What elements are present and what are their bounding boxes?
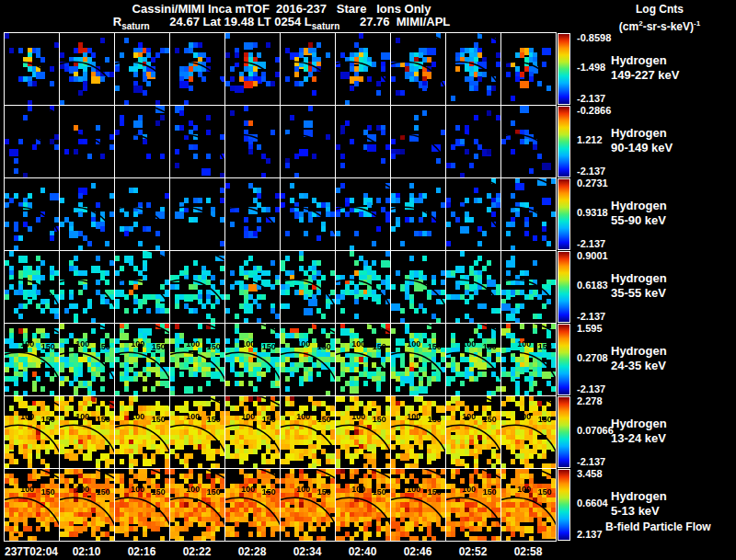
heatmap-panel-r6c7 [336,396,390,468]
scale-max-label-row-5: 1.595 [577,323,603,334]
scale-min-label-row-5: -2.137 [577,383,605,394]
heatmap-panel-r5c1 [5,324,59,395]
scale-mid-label-row-1: -1.498 [577,62,605,73]
heatmap-panel-r2c1 [5,106,59,177]
heatmap-panel-r1c6 [281,33,335,105]
heatmap-panel-r1c9 [446,33,500,105]
species-label-row-6: Hydrogen13-24 keV [611,417,667,446]
heatmap-panel-r4c10 [501,251,556,323]
scale-min-label-row-6: -2.137 [577,456,605,467]
scale-mid-label-row-7: 0.6604 [577,497,608,509]
plot-title: Cassini/MIMI Inca mTOF 2016-237 Stare Io… [0,2,563,16]
scale-max-label-row-2: -0.2866 [577,105,611,116]
heatmap-panel-r4c8 [391,251,445,323]
time-label-8: 02:46 [404,545,432,558]
heatmap-panel-r4c7 [336,251,390,323]
heatmap-panel-r3c4 [170,178,224,250]
heatmap-panel-r4c4 [170,251,224,323]
heatmap-panel-r3c6 [281,178,335,250]
heatmap-panel-r6c1 [5,396,59,468]
heatmap-panel-r2c4 [170,106,224,177]
species-label-row-5: Hydrogen24-35 keV [611,344,667,373]
heatmap-panel-r7c3 [115,469,169,541]
heatmap-panel-r1c10 [501,33,556,105]
heatmap-panel-r5c8 [391,324,445,395]
plot-subtitle: Rsaturn 24.67 Lat 19.48 LT 0254 Lsaturn … [0,15,563,31]
heatmap-panel-r7c5 [225,469,280,541]
colorbar-units-label: Log Cnts (cm2-sr-s-keV)-1 [587,3,732,34]
heatmap-panel-r7c10 [501,469,556,541]
heatmap-panel-r1c7 [336,33,390,105]
heatmap-panel-r5c7 [336,324,390,395]
heatmap-panel-r2c9 [446,106,500,177]
scale-max-label-row-4: 0.9001 [577,250,608,261]
heatmap-panel-r1c1 [5,33,59,105]
heatmap-panel-r4c6 [281,251,335,323]
species-name: Hydrogen [611,199,667,213]
species-label-row-4: Hydrogen35-55 keV [611,271,667,301]
time-label-1: 237T02:04 [5,545,58,558]
species-name: Hydrogen [611,489,667,504]
colorbar-row-5 [558,324,570,395]
heatmap-panel-r5c9 [446,324,500,395]
time-label-5: 02:28 [238,545,267,558]
heatmap-panel-r7c8 [391,469,445,541]
heatmap-panel-r3c9 [446,178,500,250]
time-label-4: 02:22 [183,545,212,558]
subtitle-end: 27.76 MIMI/APL [339,15,450,29]
r-label: R [113,15,121,29]
time-label-9: 02:52 [459,545,488,558]
energy-range: 149-227 keV [611,68,679,83]
scale-min-label-row-3: -2.137 [577,238,605,249]
heatmap-panel-r2c5 [225,106,280,177]
heatmap-panel-r1c5 [225,33,280,105]
heatmap-panel-r3c8 [391,178,445,250]
scale-min-label-row-4: -2.137 [577,311,605,322]
heatmap-panel-r7c9 [446,469,500,541]
scale-min-label-row-2: -2.137 [577,166,605,177]
time-label-3: 02:16 [128,545,156,558]
heatmap-panel-r3c7 [336,178,390,250]
heatmap-panel-r3c1 [5,178,59,250]
scale-min-label-row-1: -2.137 [577,93,605,104]
scale-mid-label-row-3: 0.9318 [577,207,608,218]
heatmap-panel-r6c5 [225,396,280,468]
heatmap-panel-r6c3 [115,396,169,468]
scale-mid-label-row-4: 0.6183 [577,280,608,291]
r-subscript: saturn [121,21,150,31]
heatmap-panel-r2c7 [336,106,390,177]
heatmap-panel-r2c3 [115,106,169,177]
energy-range: 35-55 keV [611,286,667,301]
heatmap-panel-r6c9 [446,396,500,468]
heatmap-panel-r4c2 [60,251,114,323]
cassini-mimi-inca-stare-plot: Cassini/MIMI Inca mTOF 2016-237 Stare Io… [0,0,736,560]
time-label-2: 02:10 [73,545,101,558]
species-name: Hydrogen [611,126,673,141]
scale-max-label-row-6: 2.278 [577,395,603,406]
heatmap-panel-r3c2 [60,178,114,250]
heatmap-panel-r4c3 [115,251,169,323]
scale-mid-label-row-2: 1.212 [577,134,603,145]
species-name: Hydrogen [611,53,679,68]
species-name: Hydrogen [611,271,667,286]
species-name: Hydrogen [611,417,667,431]
heatmap-panel-r7c2 [60,469,114,541]
heatmap-panel-r2c6 [281,106,335,177]
species-label-row-2: Hydrogen90-149 keV [611,126,673,155]
heatmap-panel-r6c4 [170,396,224,468]
scale-max-label-row-3: 0.2731 [577,177,608,189]
species-label-row-7: Hydrogen5-13 keV [611,489,667,519]
heatmap-panel-r1c2 [60,33,114,105]
heatmap-panel-r6c6 [281,396,335,468]
heatmap-panel-r2c10 [501,106,556,177]
colorbar-row-7 [558,469,570,541]
heatmap-panel-r5c6 [281,324,335,395]
units-line2: (cm2-sr-s-keV)-1 [587,17,732,34]
heatmap-panel-r3c10 [501,178,556,250]
scale-mid-label-row-5: 0.2708 [577,352,608,363]
energy-range: 55-90 keV [611,213,667,228]
colorbar-row-1 [558,33,570,105]
heatmap-panel-r7c7 [336,469,390,541]
units-line1: Log Cnts [587,3,732,17]
heatmap-panel-r6c8 [391,396,445,468]
